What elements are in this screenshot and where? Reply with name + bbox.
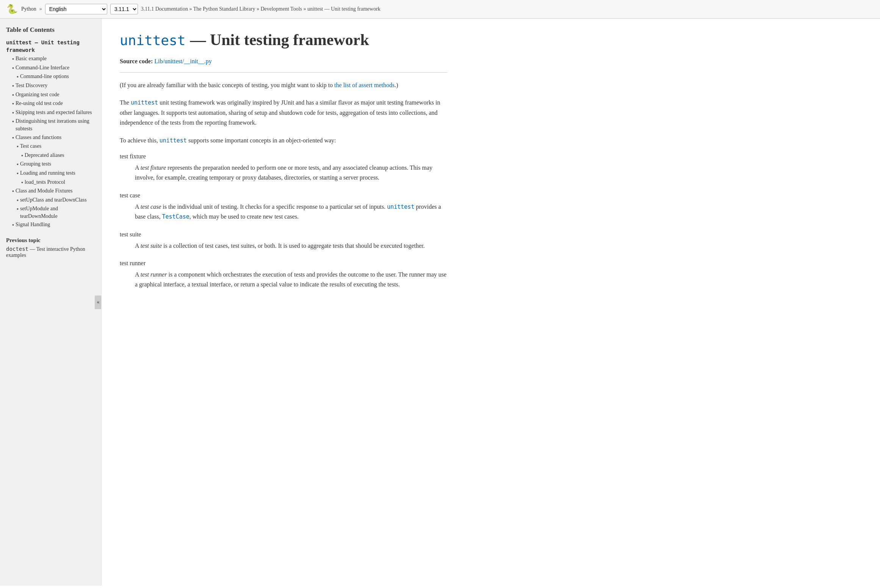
source-code-label: Source code:: [120, 58, 153, 64]
python-label: Python: [21, 6, 36, 12]
toc-link-loading-running[interactable]: Loading and running tests: [20, 169, 75, 177]
page-title-rest: — Unit testing framework: [190, 31, 369, 49]
toc-item-skipping[interactable]: Skipping tests and expected failures: [6, 109, 95, 117]
concept-term-suite: test suite: [120, 231, 447, 238]
python-logo-icon: 🐍: [6, 3, 18, 15]
body-paragraph-2: To achieve this, unittest supports some …: [120, 136, 447, 145]
toc-link-load-tests[interactable]: load_tests Protocol: [25, 178, 65, 186]
concept-term-runner: test runner: [120, 260, 447, 267]
intro-text-prefix: (If you are already familiar with the ba…: [120, 82, 334, 88]
prev-topic-title: Previous topic: [6, 237, 95, 244]
unittest-code-1: unittest: [131, 99, 158, 106]
concept-test-fixture: test fixture A test fixture represents t…: [120, 153, 447, 183]
toc-link-grouping[interactable]: Grouping tests: [20, 160, 51, 168]
toc-title: Table of Contents: [6, 26, 95, 34]
concept-def-fixture: A test fixture represents the preparatio…: [135, 163, 447, 183]
toc-list: unittest — Unit testing framework Basic …: [6, 39, 95, 229]
toc-link-setupclass[interactable]: setUpClass and tearDownClass: [20, 196, 87, 204]
concept-term-case: test case: [120, 192, 447, 199]
version-select[interactable]: 3.11.1 3.12 3.10 3.9 3.8: [110, 4, 138, 14]
main-content: unittest — Unit testing framework Source…: [102, 19, 465, 586]
source-code-line: Source code: Lib/unittest/__init__.py: [120, 58, 447, 65]
concept-test-case: test case A test case is the individual …: [120, 192, 447, 222]
page-title: unittest — Unit testing framework: [120, 31, 447, 49]
toc-item-loading-running[interactable]: Loading and running tests: [6, 169, 95, 177]
toc-item-load-tests[interactable]: load_tests Protocol: [6, 178, 95, 186]
toc-item-deprecated-aliases[interactable]: Deprecated aliases: [6, 152, 95, 160]
toc-item-basic-example[interactable]: Basic example: [6, 55, 95, 63]
section-divider: [120, 72, 447, 73]
source-code-link[interactable]: Lib/unittest/__init__.py: [154, 58, 212, 64]
concept-def-suite: A test suite is a collection of test cas…: [135, 241, 447, 251]
concept-def-runner: A test runner is a component which orche…: [135, 270, 447, 290]
toc-link-cli[interactable]: Command-Line Interface: [16, 64, 69, 72]
toc-item-classes-functions[interactable]: Classes and functions: [6, 134, 95, 142]
toc-link-unittest[interactable]: unittest — Unit testing framework: [6, 39, 80, 53]
page-title-code: unittest: [120, 33, 185, 48]
toc-item-organizing[interactable]: Organizing test code: [6, 91, 95, 99]
toc-link-setupmodule[interactable]: setUpModule and tearDownModule: [20, 205, 95, 220]
toc-link-test-discovery[interactable]: Test Discovery: [16, 82, 47, 90]
main-layout: Table of Contents unittest — Unit testin…: [0, 19, 880, 586]
toc-item-reusing[interactable]: Re-using old test code: [6, 100, 95, 108]
concept-test-runner: test runner A test runner is a component…: [120, 260, 447, 290]
unittest-code-2: unittest: [160, 137, 187, 144]
toc-item-cli-options[interactable]: Command-line options: [6, 73, 95, 81]
body-paragraph-1: The unittest unit testing framework was …: [120, 98, 447, 128]
concept-term-fixture: test fixture: [120, 153, 447, 160]
toc-item-grouping[interactable]: Grouping tests: [6, 160, 95, 168]
toc-link-signal-handling[interactable]: Signal Handling: [16, 221, 50, 229]
breadcrumb-sep-1: »: [39, 6, 42, 12]
testcase-code: TestCase: [162, 213, 189, 220]
language-select[interactable]: English French German Japanese Korean Br…: [45, 4, 107, 14]
toc-item-distinguishing[interactable]: Distinguishing test iterations using sub…: [6, 117, 95, 132]
toc-link-distinguishing[interactable]: Distinguishing test iterations using sub…: [16, 117, 95, 132]
toc-item-test-cases[interactable]: Test cases: [6, 142, 95, 150]
sidebar-collapse-arrow[interactable]: «: [95, 296, 102, 309]
toc-item-class-module-fixtures[interactable]: Class and Module Fixtures: [6, 187, 95, 195]
prev-topic-link[interactable]: doctest — Test interactive Python exampl…: [6, 246, 85, 258]
toc-link-test-cases[interactable]: Test cases: [20, 142, 41, 150]
concept-test-suite: test suite A test suite is a collection …: [120, 231, 447, 251]
sidebar: Table of Contents unittest — Unit testin…: [0, 19, 102, 586]
chevron-left-icon: «: [97, 299, 100, 305]
toc-item-unittest[interactable]: unittest — Unit testing framework: [6, 39, 95, 54]
toc-link-basic-example[interactable]: Basic example: [16, 55, 47, 63]
unittest-code-3: unittest: [387, 203, 414, 210]
toc-link-class-module-fixtures[interactable]: Class and Module Fixtures: [16, 187, 73, 195]
toc-link-skipping[interactable]: Skipping tests and expected failures: [16, 109, 92, 117]
intro-paragraph: (If you are already familiar with the ba…: [120, 80, 447, 90]
toc-item-test-discovery[interactable]: Test Discovery: [6, 82, 95, 90]
intro-text-suffix: .): [395, 82, 398, 88]
topbar: 🐍 Python » English French German Japanes…: [0, 0, 880, 19]
concept-def-case: A test case is the individual unit of te…: [135, 202, 447, 222]
toc-link-deprecated-aliases[interactable]: Deprecated aliases: [25, 152, 64, 160]
toc-link-reusing[interactable]: Re-using old test code: [16, 100, 63, 108]
breadcrumb: 3.11.1 Documentation » The Python Standa…: [141, 6, 380, 12]
toc-link-cli-options[interactable]: Command-line options: [20, 73, 69, 81]
assert-methods-link[interactable]: the list of assert methods: [334, 82, 395, 88]
toc-item-setupmodule[interactable]: setUpModule and tearDownModule: [6, 205, 95, 220]
toc-item-setupclass[interactable]: setUpClass and tearDownClass: [6, 196, 95, 204]
toc-item-signal-handling[interactable]: Signal Handling: [6, 221, 95, 229]
toc-link-classes-functions[interactable]: Classes and functions: [16, 134, 61, 142]
toc-item-cli[interactable]: Command-Line Interface: [6, 64, 95, 72]
toc-link-organizing[interactable]: Organizing test code: [16, 91, 60, 99]
